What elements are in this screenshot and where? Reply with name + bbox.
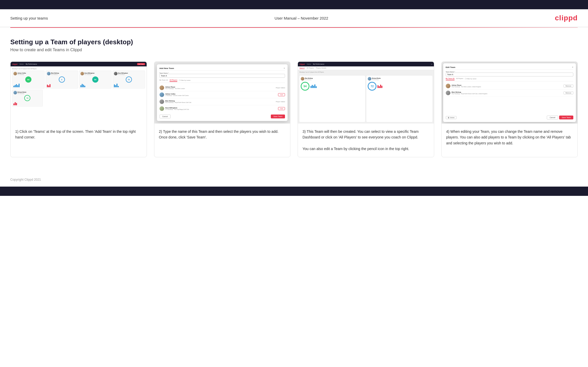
mock-av-5 xyxy=(13,91,17,94)
mock-tc-name-2: Richard Butler xyxy=(372,77,381,79)
mock-row-sub-4: 5.5 Handicap · The Gog Magog Golf Club xyxy=(165,109,277,110)
mock-pname-text-3: Dave Billingham xyxy=(85,72,95,74)
mock-dialog-tabs: My Team (2) All Players ☐ Filter by name xyxy=(159,79,285,83)
mock-remove-btn-1[interactable]: Remove xyxy=(564,84,573,88)
mock-logo-1: clippd xyxy=(12,63,18,65)
mock-app-3: clippd Home My Performance ✏ Team A All … xyxy=(298,62,434,124)
mock-subnav-players: Players Details xyxy=(316,67,326,69)
card-2-description: 2) Type the name of this Team and then s… xyxy=(159,129,279,139)
mock-av-img-4 xyxy=(114,72,117,75)
mock-av-3 xyxy=(80,72,84,75)
mock-add-btn-4[interactable]: Add xyxy=(278,107,285,110)
mock-bars-1 xyxy=(13,84,43,87)
mock-add-team-btn: Add Team xyxy=(137,63,145,65)
mock-score-4: 78 xyxy=(126,76,132,83)
card-4: Edit Team × Team Name * Team A My Team (… xyxy=(441,62,578,157)
mock-bar-2b xyxy=(48,85,49,87)
card-3-screenshot: clippd Home My Performance ✏ Team A All … xyxy=(298,62,434,124)
mock-dialog-footer-4: 🗑 Delete Cancel Save Team xyxy=(446,116,574,119)
mock-edit-row-av-1 xyxy=(446,84,450,88)
mock-bar-3b xyxy=(82,84,83,87)
mock-edit-row-sub-2: Plus Handicap · Royal North Devon Golf C… xyxy=(452,93,562,94)
mock-bottom-row: Richard Butler Plus Handicap 72 xyxy=(12,90,145,107)
mock-teamname-section: Team Name * Team A xyxy=(159,72,285,78)
mock-tab4-myteam[interactable]: My Team (2) xyxy=(446,78,455,80)
mock-tcb-1c xyxy=(313,86,314,88)
mock-score-5: 72 xyxy=(24,95,30,101)
mock-nav-teams: My Performance xyxy=(26,63,37,65)
mock-score-2: 0 xyxy=(59,76,65,83)
mock-tcb-2d xyxy=(381,86,382,88)
mock-input-teamname[interactable]: Team A xyxy=(159,74,285,78)
mock-av-img-2 xyxy=(47,72,51,75)
mock-dialog-footer-2: Cancel Save Team xyxy=(159,113,285,118)
mock-tc-av-img-2 xyxy=(368,77,371,81)
mock-cancel-btn-4[interactable]: Cancel xyxy=(547,116,558,119)
card-4-screenshot: Edit Team × Team Name * Team A My Team (… xyxy=(442,62,578,124)
card-2-text: 2) Type the name of this Team and then s… xyxy=(154,124,290,157)
mock-tc-score-row-2: 72 xyxy=(368,82,431,91)
mock-nav-1: clippd Home My Performance Add Team xyxy=(11,62,147,66)
mock-tab-myteam[interactable]: My Team (2) xyxy=(159,79,168,82)
mock-ph-1: Adrian Coliba Plus Handicap xyxy=(13,72,43,75)
mock-bar-1d xyxy=(17,85,18,87)
mock-input-teamname-4[interactable]: Team A xyxy=(446,73,574,76)
mock-psub-4: Plus Handicap xyxy=(118,74,128,75)
mock-nav-right-3: ✏ xyxy=(431,63,432,65)
mock-tc-names-1: Blair McHarg Plus Handicap xyxy=(305,77,313,80)
mock-bar-4a xyxy=(114,84,115,87)
mock-status-1: Player Added xyxy=(276,87,285,89)
mock-bar-2c xyxy=(49,84,51,87)
mock-tc-bigscore-1: 94 xyxy=(301,82,309,91)
mock-bar-1b xyxy=(15,85,16,87)
mock-close-4[interactable]: × xyxy=(572,66,573,68)
top-bar xyxy=(0,0,588,9)
mock-pname-text-1: Adrian Coliba xyxy=(18,72,26,74)
mock-tab-allplayers[interactable]: All Players xyxy=(170,79,178,82)
mock-tcb-1d xyxy=(314,84,315,88)
footer: Copyright Clippd 2021 xyxy=(0,175,588,187)
mock-score-1: 84 xyxy=(25,76,31,83)
mock-subnav-allplayers: All Players xyxy=(307,67,314,69)
mock-pname-2: Blair McHarg Plus Handicap xyxy=(51,72,59,75)
card-4-text: 4) When editing your Team, you can chang… xyxy=(442,124,578,157)
mock-edit-row-av-2 xyxy=(446,91,450,95)
mock-row-av-1 xyxy=(159,85,164,90)
mock-av-img-1 xyxy=(13,72,17,75)
mock-tab4-allplayers[interactable]: All Players xyxy=(456,78,463,80)
mock-tc-bars-2 xyxy=(377,84,382,88)
mock-dialog-title-2: Add New Team xyxy=(159,67,174,69)
mock-team-grid: Blair McHarg Plus Handicap 94 xyxy=(298,74,434,124)
mock-psub-2: Plus Handicap xyxy=(51,74,59,75)
mock-add-btn-2[interactable]: Add xyxy=(278,93,285,96)
mock-edit-row-sub-1: Plus Handicap · The Shire London, United… xyxy=(452,86,562,88)
mock-player-card-2: Blair McHarg Plus Handicap 0 xyxy=(46,71,78,89)
card-1-screenshot: clippd Home My Performance Add Team Show… xyxy=(11,62,147,124)
mock-pname-5: Richard Butler Plus Handicap xyxy=(18,91,26,94)
mock-save-btn-4[interactable]: Save Team xyxy=(559,116,573,119)
mock-tcb-1b xyxy=(312,85,313,88)
mock-pname-text-5: Richard Butler xyxy=(18,91,26,93)
mock-bar-4b xyxy=(115,85,116,87)
mock-bar-2a xyxy=(47,85,48,87)
mock-tc-ph-1: Blair McHarg Plus Handicap xyxy=(301,77,364,81)
logo: clippd xyxy=(555,14,578,22)
mock-tc-names-2: Richard Butler Plus Handicap xyxy=(372,77,381,80)
mock-remove-btn-2[interactable]: Remove xyxy=(564,91,573,94)
cards-grid: clippd Home My Performance Add Team Show… xyxy=(10,62,578,157)
mock-dialog-header-4: Edit Team × xyxy=(446,66,574,70)
mock-delete-btn-4[interactable]: 🗑 Delete xyxy=(446,116,457,119)
mock-tc-ph-2: Richard Butler Plus Handicap xyxy=(368,77,431,81)
mock-av-img-5 xyxy=(13,91,17,94)
mock-save-btn-2[interactable]: Save Team xyxy=(271,115,285,118)
mock-nav-right-1: Add Team xyxy=(137,63,145,65)
mock-subnav-active: Team A xyxy=(299,67,305,69)
mock-edit-player-row-2: Blair McHarg Plus Handicap · Royal North… xyxy=(446,90,574,97)
mock-close-2[interactable]: × xyxy=(284,67,285,69)
mock-cancel-btn-2[interactable]: Cancel xyxy=(159,115,171,118)
page-title: Setting up a Team of players (desktop) xyxy=(10,38,578,46)
mock-teamname-section-4: Team Name * Team A xyxy=(446,71,574,76)
mock-showing-label: Showing 4 out of 4 players from All Play… xyxy=(12,68,145,69)
mock-showing-label-3: Showing 2 out of 2 players from All Play… xyxy=(298,70,434,74)
bottom-bar xyxy=(0,187,588,196)
